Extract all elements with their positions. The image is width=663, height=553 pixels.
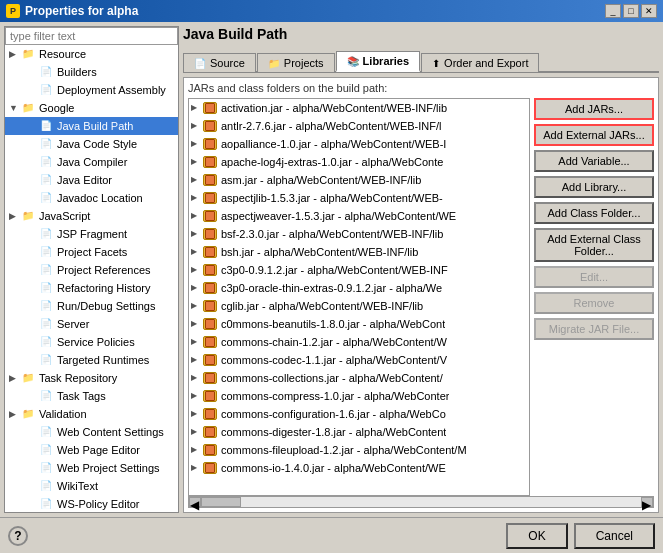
jar-text: bsh.jar - alpha/WebContent/WEB-INF/lib (221, 244, 418, 260)
cancel-button[interactable]: Cancel (574, 523, 655, 549)
jar-list-item[interactable]: ▶aspectjweaver-1.5.3.jar - alpha/WebCont… (189, 207, 529, 225)
sidebar-item-java-code-style[interactable]: 📄Java Code Style (5, 135, 178, 153)
sidebar-item-label: Project References (57, 262, 151, 278)
sidebar-item-jsp-fragment[interactable]: 📄JSP Fragment (5, 225, 178, 243)
horizontal-scrollbar[interactable]: ◀ ▶ (188, 496, 654, 508)
jar-list-item[interactable]: ▶activation.jar - alpha/WebContent/WEB-I… (189, 99, 529, 117)
sidebar-item-run-debug-settings[interactable]: 📄Run/Debug Settings (5, 297, 178, 315)
jar-list-item[interactable]: ▶c3p0-oracle-thin-extras-0.9.1.2.jar - a… (189, 279, 529, 297)
jar-list-item[interactable]: ▶commons-fileupload-1.2.jar - alpha/WebC… (189, 441, 529, 459)
tree-item-icon: 📄 (40, 82, 54, 98)
sidebar-item-java-editor[interactable]: 📄Java Editor (5, 171, 178, 189)
sidebar-item-label: Project Facets (57, 244, 127, 260)
ok-button[interactable]: OK (506, 523, 567, 549)
tree-item-icon: 📄 (40, 190, 54, 206)
minimize-button[interactable]: _ (605, 4, 621, 18)
add-variable-button[interactable]: Add Variable... (534, 150, 654, 172)
sidebar-item-deployment-assembly[interactable]: 📄Deployment Assembly (5, 81, 178, 99)
jar-list-item[interactable]: ▶commons-compress-1.0.jar - alpha/WebCon… (189, 387, 529, 405)
jar-list-item[interactable]: ▶commons-configuration-1.6.jar - alpha/W… (189, 405, 529, 423)
sidebar-item-web-content-settings[interactable]: 📄Web Content Settings (5, 423, 178, 441)
sidebar-item-javadoc-location[interactable]: 📄Javadoc Location (5, 189, 178, 207)
jar-expand-icon: ▶ (191, 460, 201, 476)
sidebar-item-web-page-editor[interactable]: 📄Web Page Editor (5, 441, 178, 459)
jars-label: JARs and class folders on the build path… (188, 82, 654, 94)
jar-list-item[interactable]: ▶asm.jar - alpha/WebContent/WEB-INF/lib (189, 171, 529, 189)
sidebar-item-task-tags[interactable]: 📄Task Tags (5, 387, 178, 405)
tab-libraries[interactable]: 📚Libraries (336, 51, 420, 72)
filter-input[interactable] (5, 27, 178, 45)
jar-icon (203, 282, 217, 294)
sidebar-item-task-repository[interactable]: ▶📁Task Repository (5, 369, 178, 387)
jar-list-item[interactable]: ▶aspectjlib-1.5.3.jar - alpha/WebContent… (189, 189, 529, 207)
tree-item-icon: 📁 (22, 100, 36, 116)
tree-item-icon: 📁 (22, 370, 36, 386)
jar-list-item[interactable]: ▶commons-chain-1.2.jar - alpha/WebConten… (189, 333, 529, 351)
jar-icon (203, 372, 217, 384)
sidebar-item-refactoring-history[interactable]: 📄Refactoring History (5, 279, 178, 297)
jar-list[interactable]: ▶activation.jar - alpha/WebContent/WEB-I… (188, 98, 530, 496)
jar-icon (203, 300, 217, 312)
jar-icon (203, 156, 217, 168)
scrollbar-thumb[interactable] (201, 497, 241, 507)
sidebar-item-javascript[interactable]: ▶📁JavaScript (5, 207, 178, 225)
add-external-class-folder-button[interactable]: Add External Class Folder... (534, 228, 654, 262)
tree-item-icon: 📄 (40, 496, 54, 512)
sidebar-item-label: Java Editor (57, 172, 112, 188)
jar-icon (203, 102, 217, 114)
sidebar-item-java-build-path[interactable]: 📄Java Build Path (5, 117, 178, 135)
jar-list-item[interactable]: ▶aopalliance-1.0.jar - alpha/WebContent/… (189, 135, 529, 153)
scroll-left[interactable]: ◀ (189, 497, 201, 507)
sidebar-item-project-references[interactable]: 📄Project References (5, 261, 178, 279)
sidebar-item-java-compiler[interactable]: 📄Java Compiler (5, 153, 178, 171)
jar-list-item[interactable]: ▶commons-digester-1.8.jar - alpha/WebCon… (189, 423, 529, 441)
sidebar-item-ws-policy-editor[interactable]: 📄WS-Policy Editor (5, 495, 178, 512)
jar-list-item[interactable]: ▶c3p0-0.9.1.2.jar - alpha/WebContent/WEB… (189, 261, 529, 279)
close-button[interactable]: ✕ (641, 4, 657, 18)
jar-list-item[interactable]: ▶bsf-2.3.0.jar - alpha/WebContent/WEB-IN… (189, 225, 529, 243)
scroll-right[interactable]: ▶ (641, 497, 653, 507)
tab-projects[interactable]: 📁Projects (257, 53, 335, 72)
sidebar-item-server[interactable]: 📄Server (5, 315, 178, 333)
sidebar-item-project-facets[interactable]: 📄Project Facets (5, 243, 178, 261)
jar-inner-icon (205, 211, 215, 221)
sidebar-item-validation[interactable]: ▶📁Validation (5, 405, 178, 423)
sidebar-item-web-project-settings[interactable]: 📄Web Project Settings (5, 459, 178, 477)
sidebar-item-builders[interactable]: 📄Builders (5, 63, 178, 81)
tabs-bar: 📄Source📁Projects📚Libraries⬆Order and Exp… (183, 50, 659, 73)
tree-item-icon: 📄 (40, 460, 54, 476)
jar-list-item[interactable]: ▶apache-log4j-extras-1.0.jar - alpha/Web… (189, 153, 529, 171)
jar-list-item[interactable]: ▶c0mmons-beanutils-1.8.0.jar - alpha/Web… (189, 315, 529, 333)
sidebar-item-label: Javadoc Location (57, 190, 143, 206)
tab-order-and-export[interactable]: ⬆Order and Export (421, 53, 539, 72)
add-jars-button[interactable]: Add JARs... (534, 98, 654, 120)
add-external-jars-button[interactable]: Add External JARs... (534, 124, 654, 146)
maximize-button[interactable]: □ (623, 4, 639, 18)
tab-source[interactable]: 📄Source (183, 53, 256, 72)
sidebar-item-service-policies[interactable]: 📄Service Policies (5, 333, 178, 351)
jar-list-item[interactable]: ▶commons-io-1.4.0.jar - alpha/WebContent… (189, 459, 529, 477)
jar-expand-icon: ▶ (191, 298, 201, 314)
sidebar-item-wikitext[interactable]: 📄WikiText (5, 477, 178, 495)
jar-inner-icon (205, 355, 215, 365)
jar-list-item[interactable]: ▶bsh.jar - alpha/WebContent/WEB-INF/lib (189, 243, 529, 261)
tree-item-icon: 📄 (40, 118, 54, 134)
left-panel: ▶📁Resource📄Builders📄Deployment Assembly▼… (4, 26, 179, 513)
jar-list-item[interactable]: ▶antlr-2.7.6.jar - alpha/WebContent/WEB-… (189, 117, 529, 135)
sidebar-item-resource[interactable]: ▶📁Resource (5, 45, 178, 63)
add-library-button[interactable]: Add Library... (534, 176, 654, 198)
add-class-folder-button[interactable]: Add Class Folder... (534, 202, 654, 224)
sidebar-item-targeted-runtimes[interactable]: 📄Targeted Runtimes (5, 351, 178, 369)
jar-expand-icon: ▶ (191, 352, 201, 368)
jar-inner-icon (205, 229, 215, 239)
tree-item-icon: 📄 (40, 244, 54, 260)
jar-list-item[interactable]: ▶commons-collections.jar - alpha/WebCont… (189, 369, 529, 387)
jar-inner-icon (205, 247, 215, 257)
sidebar-item-google[interactable]: ▼📁Google (5, 99, 178, 117)
jar-list-item[interactable]: ▶commons-codec-1.1.jar - alpha/WebConten… (189, 351, 529, 369)
tab-icon: 📄 (194, 58, 206, 69)
help-button[interactable]: ? (8, 526, 28, 546)
tree-item-icon: 📄 (40, 442, 54, 458)
jar-text: aspectjlib-1.5.3.jar - alpha/WebContent/… (221, 190, 443, 206)
jar-list-item[interactable]: ▶cglib.jar - alpha/WebContent/WEB-INF/li… (189, 297, 529, 315)
